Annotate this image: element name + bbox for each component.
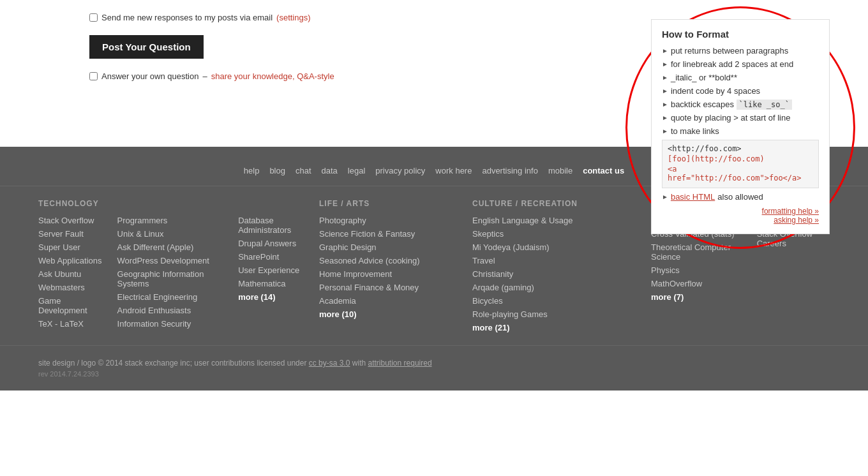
link-example-3: <a href="http://foo.com">foo</a> [668, 165, 813, 182]
link-tex[interactable]: TeX - LaTeX [38, 319, 105, 329]
answer-checkbox[interactable] [89, 72, 98, 80]
link-mathoverflow[interactable]: MathOverflow [651, 279, 744, 288]
life-more-link[interactable]: more (10) [319, 309, 472, 319]
cc-link[interactable]: cc by-sa 3.0 [309, 359, 350, 368]
link-skeptics[interactable]: Skeptics [472, 229, 651, 239]
nav-mobile[interactable]: mobile [548, 166, 572, 175]
tip-5: backtick escapes `like _so_` [662, 100, 819, 109]
link-rpg[interactable]: Role-playing Games [472, 309, 651, 319]
link-ee[interactable]: Electrical Engineering [117, 292, 226, 302]
link-sharepoint[interactable]: SharePoint [238, 252, 319, 262]
nav-blog[interactable]: blog [269, 166, 285, 175]
nav-work[interactable]: work here [435, 166, 472, 175]
tip-6: quote by placing > at start of line [662, 113, 819, 123]
section-culture: CULTURE / RECREATION English Language & … [472, 199, 651, 332]
life-col-1: Photography Science Fiction & Fantasy Gr… [319, 216, 472, 319]
answer-label: Answer your own question [101, 71, 198, 81]
link-ux[interactable]: User Experience [238, 265, 319, 275]
revision-text: rev 2014.7.24.2393 [38, 370, 830, 378]
answer-dash: – [202, 71, 207, 81]
format-bottom-links: formatting help » asking help » [662, 207, 819, 225]
link-serverfault[interactable]: Server Fault [38, 229, 105, 239]
section-life-arts: LIFE / ARTS Photography Science Fiction … [319, 199, 472, 332]
link-unix[interactable]: Unix & Linux [117, 229, 226, 239]
link-example-3-anchor[interactable]: <a href="http://foo.com">foo</a> [668, 165, 802, 182]
link-android[interactable]: Android Enthusiasts [117, 306, 226, 315]
attribution-link[interactable]: attribution required [368, 359, 432, 368]
link-gis[interactable]: Geographic Information Systems [117, 269, 226, 288]
tip-3: _italic_ or **bold** [662, 73, 819, 82]
link-christianity[interactable]: Christianity [472, 269, 651, 279]
format-box: How to Format put returns between paragr… [651, 19, 830, 234]
nav-chat[interactable]: chat [296, 166, 311, 175]
link-superuser[interactable]: Super User [38, 242, 105, 252]
nav-privacy[interactable]: privacy policy [375, 166, 425, 175]
top-area: Send me new responses to my posts via em… [0, 0, 868, 147]
also-allowed-text: also allowed [717, 192, 763, 202]
link-academia[interactable]: Academia [319, 296, 472, 306]
answer-link[interactable]: share your knowledge, Q&A-style [211, 71, 334, 81]
link-personalfinance[interactable]: Personal Finance & Money [319, 283, 472, 292]
post-question-button[interactable]: Post Your Question [89, 35, 204, 59]
culture-more-link[interactable]: more (21) [472, 323, 651, 332]
link-gaming[interactable]: Arqade (gaming) [472, 283, 651, 292]
asking-help-link[interactable]: asking help » [662, 216, 819, 225]
link-example-2-anchor[interactable]: [foo](http://foo.com) [668, 154, 765, 163]
tech-col-3: Database Administrators Drupal Answers S… [238, 216, 319, 329]
link-example-1: <http://foo.com> [668, 144, 813, 153]
formatting-help-link[interactable]: formatting help » [662, 207, 819, 216]
link-gamedev[interactable]: Game Development [38, 296, 105, 315]
link-infosec[interactable]: Information Security [117, 319, 226, 329]
tip-2: for linebreak add 2 spaces at end [662, 59, 819, 69]
nav-advertising[interactable]: advertising info [482, 166, 537, 175]
basic-html-link[interactable]: basic HTML [671, 192, 715, 202]
technology-cols: Stack Overflow Server Fault Super User W… [38, 216, 319, 329]
link-photography[interactable]: Photography [319, 216, 472, 225]
link-tcs[interactable]: Theoretical Computer Science [651, 242, 744, 262]
link-physics[interactable]: Physics [651, 265, 744, 275]
link-graphicdesign[interactable]: Graphic Design [319, 242, 472, 252]
link-travel[interactable]: Travel [472, 256, 651, 265]
tip-7: to make links [662, 126, 819, 136]
link-webapps[interactable]: Web Applications [38, 256, 105, 265]
link-mathematica[interactable]: Mathematica [238, 279, 319, 288]
link-wordpress[interactable]: WordPress Development [117, 256, 226, 265]
link-judaism[interactable]: Mi Yodeya (Judaism) [472, 242, 651, 252]
link-drupal[interactable]: Drupal Answers [238, 239, 319, 248]
link-webmasters[interactable]: Webmasters [38, 283, 105, 292]
nav-help[interactable]: help [244, 166, 260, 175]
link-dba[interactable]: Database Administrators [238, 216, 319, 235]
basic-html-row: ► basic HTML also allowed [662, 192, 819, 202]
tip-1: put returns between paragraphs [662, 46, 819, 56]
section-technology: TECHNOLOGY Stack Overflow Server Fault S… [38, 199, 319, 332]
tech-col-1: Stack Overflow Server Fault Super User W… [38, 216, 105, 329]
section-culture-heading: CULTURE / RECREATION [472, 199, 651, 208]
nav-contact[interactable]: contact us [583, 166, 624, 175]
link-scifi[interactable]: Science Fiction & Fantasy [319, 229, 472, 239]
culture-col-1: English Language & Usage Skeptics Mi Yod… [472, 216, 651, 332]
tech-more-link[interactable]: more (14) [238, 292, 319, 302]
link-programmers[interactable]: Programmers [117, 216, 226, 225]
footer-with-text: with [352, 359, 368, 368]
email-checkbox[interactable] [89, 13, 98, 22]
link-cooking[interactable]: Seasoned Advice (cooking) [319, 256, 472, 265]
link-english[interactable]: English Language & Usage [472, 216, 651, 225]
link-askubuntu[interactable]: Ask Ubuntu [38, 269, 105, 279]
link-askdifferent[interactable]: Ask Different (Apple) [117, 242, 226, 252]
link-stackoverflow[interactable]: Stack Overflow [38, 216, 105, 225]
link-bicycles[interactable]: Bicycles [472, 296, 651, 306]
link-homeimprovement[interactable]: Home Improvement [319, 269, 472, 279]
footer-copyright-text: site design / logo © 2014 stack exchange… [38, 359, 309, 368]
format-title: How to Format [662, 29, 819, 40]
email-label: Send me new responses to my posts via em… [101, 13, 273, 22]
settings-link[interactable]: (settings) [276, 13, 310, 22]
nav-data[interactable]: data [322, 166, 338, 175]
nav-legal[interactable]: legal [348, 166, 365, 175]
footer-bottom: site design / logo © 2014 stack exchange… [0, 345, 868, 390]
tip-4: indent code by 4 spaces [662, 86, 819, 96]
science-more-link[interactable]: more (7) [651, 292, 744, 302]
links-examples: <http://foo.com> [foo](http://foo.com) <… [662, 140, 819, 188]
section-life-arts-heading: LIFE / ARTS [319, 199, 472, 208]
section-technology-heading: TECHNOLOGY [38, 199, 319, 208]
format-tips: put returns between paragraphs for lineb… [662, 46, 819, 136]
